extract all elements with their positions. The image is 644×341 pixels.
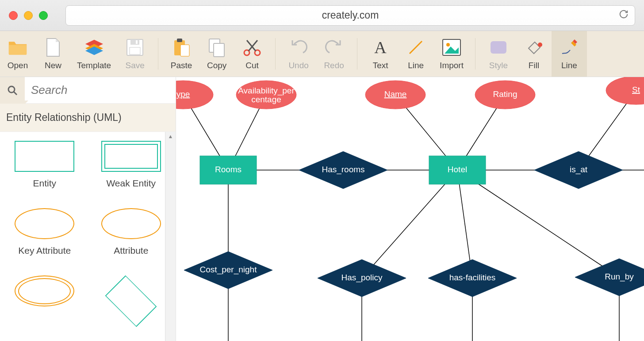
diagram-svg[interactable]: ypeAvailability_percentageNameRatingStRo…: [176, 77, 644, 341]
toolbar-separator: [275, 38, 276, 70]
svg-text:has-facilities: has-facilities: [449, 273, 496, 282]
svg-text:Rating: Rating: [493, 89, 518, 99]
new-document-icon: [43, 38, 63, 57]
search-icon[interactable]: [0, 77, 25, 104]
tool-label: Template: [77, 61, 111, 70]
sidebar-scrollbar[interactable]: ▲: [165, 132, 176, 341]
node-relationship-has_facilities[interactable]: has-facilities: [428, 260, 517, 297]
svg-text:St: St: [632, 85, 640, 94]
search-input[interactable]: [25, 83, 176, 97]
shape-label: Key Attribute: [18, 245, 71, 256]
svg-rect-8: [177, 39, 182, 42]
node-attribute-rating[interactable]: Rating: [475, 81, 535, 109]
node-relationship-is_at[interactable]: is_at: [534, 151, 623, 189]
svg-text:Cost_per_night: Cost_per_night: [200, 265, 257, 275]
diagram-canvas[interactable]: ypeAvailability_percentageNameRatingStRo…: [176, 77, 644, 341]
line-button[interactable]: Line: [398, 31, 433, 77]
svg-text:A: A: [374, 39, 387, 56]
node-relationship-has_rooms[interactable]: Has_rooms: [299, 151, 387, 189]
tool-label: Cut: [245, 61, 259, 70]
shape-weak-entity[interactable]: Weak Entity: [89, 141, 173, 198]
browser-chrome: creately.com: [0, 0, 644, 31]
new-button[interactable]: New: [35, 31, 71, 77]
shape-label: Entity: [33, 178, 56, 189]
line-tool-button[interactable]: Line: [552, 31, 587, 77]
tool-label: Copy: [207, 61, 226, 70]
cut-button[interactable]: Cut: [234, 31, 270, 77]
shape-entity[interactable]: Entity: [3, 141, 87, 198]
node-attribute-avail[interactable]: Availability_percentage: [236, 81, 296, 109]
node-attribute-st[interactable]: St: [606, 77, 644, 105]
pencil-line-icon: [560, 38, 579, 57]
svg-rect-4: [130, 39, 139, 45]
shape-label: Weak Entity: [106, 178, 156, 189]
shape-attribute[interactable]: Attribute: [89, 208, 173, 265]
template-icon: [84, 38, 104, 57]
svg-text:Availability_per: Availability_per: [238, 86, 295, 96]
node-relationship-cost_per_night[interactable]: Cost_per_night: [184, 252, 272, 289]
minimize-window-button[interactable]: [24, 11, 33, 20]
toolbar-separator: [357, 38, 357, 70]
copy-icon: [207, 38, 226, 57]
line-icon: [406, 38, 426, 57]
fill-button[interactable]: Fill: [516, 31, 552, 77]
tool-label: Redo: [324, 61, 344, 70]
toolbar-separator: [158, 38, 158, 70]
template-button[interactable]: Template: [71, 31, 117, 77]
node-attribute-name[interactable]: Name: [365, 81, 426, 109]
shapes-panel-title[interactable]: Entity Relationship (UML): [0, 104, 176, 132]
shape-multivalued-attribute[interactable]: [3, 275, 87, 332]
save-icon: [125, 38, 145, 57]
relationship-shape-icon: [105, 275, 157, 327]
style-button[interactable]: Style: [481, 31, 516, 77]
scroll-up-arrow-icon[interactable]: ▲: [165, 132, 176, 141]
svg-rect-9: [180, 45, 189, 56]
svg-text:is_at: is_at: [570, 165, 588, 174]
tool-label: Open: [8, 61, 28, 70]
close-window-button[interactable]: [9, 11, 18, 20]
node-attribute-type[interactable]: ype: [176, 81, 213, 109]
tool-label: Save: [125, 61, 144, 70]
open-button[interactable]: Open: [0, 31, 35, 77]
workspace: Entity Relationship (UML) Entity Weak En…: [0, 77, 644, 341]
text-icon: A: [371, 38, 390, 57]
node-entity-hotel[interactable]: Hotel: [429, 156, 486, 184]
svg-text:centage: centage: [251, 95, 281, 104]
copy-button[interactable]: Copy: [199, 31, 234, 77]
svg-line-15: [247, 40, 256, 51]
shape-relationship[interactable]: [89, 275, 173, 332]
svg-rect-11: [214, 43, 224, 57]
svg-line-14: [249, 40, 257, 51]
key-attribute-shape-icon: [15, 208, 74, 239]
entity-shape-icon: [15, 141, 74, 172]
node-entity-rooms[interactable]: Rooms: [200, 156, 257, 184]
svg-text:Hotel: Hotel: [448, 165, 467, 174]
node-relationship-has_policy[interactable]: Has_policy: [318, 260, 406, 297]
svg-rect-5: [136, 40, 138, 44]
maximize-window-button[interactable]: [39, 11, 48, 20]
undo-button[interactable]: Undo: [281, 31, 316, 77]
address-bar[interactable]: creately.com: [65, 5, 635, 26]
svg-rect-6: [130, 47, 140, 54]
import-button[interactable]: Import: [433, 31, 470, 77]
tool-label: Import: [440, 61, 464, 70]
attribute-shape-icon: [101, 208, 161, 239]
svg-text:Has_rooms: Has_rooms: [322, 165, 364, 174]
node-relationship-run_by[interactable]: Run_by: [575, 259, 644, 296]
svg-text:Name: Name: [384, 89, 407, 99]
paste-button[interactable]: Paste: [164, 31, 199, 77]
svg-text:Rooms: Rooms: [215, 165, 242, 174]
tool-label: Undo: [288, 61, 308, 70]
svg-rect-21: [491, 41, 506, 54]
main-toolbar: Open New Template Save Paste Copy: [0, 31, 644, 77]
svg-line-24: [14, 92, 17, 95]
save-button[interactable]: Save: [117, 31, 153, 77]
refresh-icon[interactable]: [619, 9, 629, 21]
redo-button[interactable]: Redo: [316, 31, 352, 77]
tool-label: Line: [408, 61, 424, 70]
shapes-palette: Entity Weak Entity Key Attribute Attribu…: [0, 132, 176, 341]
shape-key-attribute[interactable]: Key Attribute: [3, 208, 87, 265]
toolbar-separator: [475, 38, 475, 70]
svg-point-23: [8, 86, 15, 93]
text-button[interactable]: A Text: [363, 31, 398, 77]
